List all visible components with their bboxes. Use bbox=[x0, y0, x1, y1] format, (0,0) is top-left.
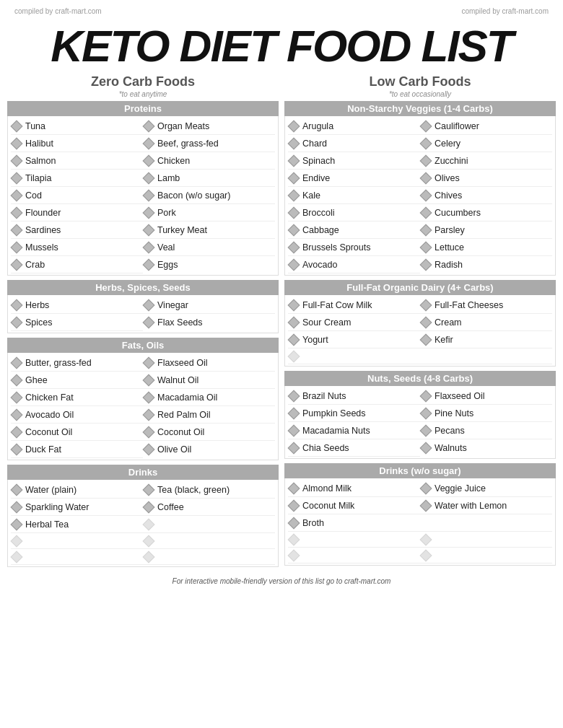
list-item: Flaxseed Oil bbox=[143, 354, 275, 372]
diamond-icon bbox=[420, 424, 432, 437]
diamond-icon bbox=[11, 408, 23, 421]
list-item: Chicken bbox=[143, 152, 275, 170]
proteins-header: Proteins bbox=[7, 101, 279, 116]
list-item: Mussels bbox=[11, 239, 143, 256]
list-item: Macadamia Oil bbox=[143, 389, 275, 406]
diamond-icon bbox=[11, 374, 23, 386]
drinks-left-body: Water (plain) Tea (black, green) Sparkli… bbox=[7, 480, 279, 567]
list-item: Olive Oil bbox=[143, 441, 275, 458]
diamond-icon bbox=[11, 258, 23, 271]
list-item: Spinach bbox=[288, 152, 420, 170]
herbs-header: Herbs, Spices, Seeds bbox=[7, 280, 279, 295]
diamond-icon bbox=[420, 442, 432, 455]
diamond-icon bbox=[288, 241, 300, 253]
diamond-icon bbox=[420, 482, 432, 494]
diamond-icon bbox=[288, 407, 300, 419]
diamond-icon bbox=[143, 224, 155, 236]
list-item: Broth bbox=[288, 514, 420, 532]
proteins-body: Tuna Organ Meats Halibut Beef, grass-fed… bbox=[7, 116, 279, 276]
left-col-subheader: *to eat anytime bbox=[7, 90, 279, 98]
diamond-icon bbox=[143, 172, 155, 184]
list-item: Ghee bbox=[11, 372, 143, 389]
footer-note: For interactive mobile-friendly version … bbox=[7, 577, 556, 585]
list-item: Brazil Nuts bbox=[288, 387, 420, 405]
list-item: Spices bbox=[11, 314, 143, 331]
list-item: Kefir bbox=[420, 331, 552, 348]
list-item: Chicken Fat bbox=[11, 389, 143, 406]
diamond-icon bbox=[288, 333, 300, 346]
list-item: Crab bbox=[11, 256, 143, 273]
list-item: Tuna bbox=[11, 118, 143, 135]
list-item: Tilapia bbox=[11, 170, 143, 187]
diamond-icon bbox=[420, 172, 432, 184]
list-item-empty bbox=[420, 348, 552, 364]
diamond-icon bbox=[288, 482, 300, 494]
list-item: Walnut Oil bbox=[143, 372, 275, 389]
fats-body: Butter, grass-fed Flaxseed Oil Ghee Waln… bbox=[7, 353, 279, 460]
list-item: Herbs bbox=[11, 297, 143, 314]
diamond-icon bbox=[288, 442, 300, 454]
list-item: Butter, grass-fed bbox=[11, 354, 143, 372]
list-item: Eggs bbox=[143, 256, 275, 273]
diamond-icon bbox=[11, 501, 23, 513]
diamond-icon bbox=[11, 426, 23, 438]
diamond-icon bbox=[143, 189, 155, 201]
diamond-icon bbox=[11, 551, 23, 563]
nuts-header: Nuts, Seeds (4-8 Carbs) bbox=[284, 371, 556, 386]
list-item: Cod bbox=[11, 187, 143, 204]
list-item-empty bbox=[143, 516, 275, 533]
nuts-body: Brazil Nuts Flaxseed Oil Pumpkin Seeds P… bbox=[284, 386, 556, 459]
diamond-icon bbox=[11, 241, 23, 253]
list-item: Olives bbox=[420, 170, 552, 187]
diamond-icon bbox=[11, 224, 23, 236]
list-item: Brussels Sprouts bbox=[288, 239, 420, 256]
watermark-right: compiled by craft-mart.com bbox=[461, 7, 549, 15]
diamond-icon bbox=[143, 551, 155, 563]
diamond-icon bbox=[288, 533, 300, 545]
diamond-icon bbox=[143, 154, 155, 167]
list-item: Almond Milk bbox=[288, 480, 420, 497]
right-col-header: Low Carb Foods bbox=[284, 74, 556, 89]
diamond-icon bbox=[143, 483, 155, 496]
fats-section: Fats, Oils Butter, grass-fed Flaxseed Oi… bbox=[7, 338, 279, 460]
diamond-icon bbox=[143, 391, 155, 403]
list-item: Avocado Oil bbox=[11, 406, 143, 424]
list-item: Tea (black, green) bbox=[143, 481, 275, 499]
list-item: Cucumbers bbox=[420, 204, 552, 222]
diamond-icon bbox=[288, 316, 300, 328]
left-column: Zero Carb Foods *to eat anytime Proteins… bbox=[7, 74, 279, 571]
right-column: Low Carb Foods *to eat occasionally Non-… bbox=[284, 74, 556, 570]
list-item-empty bbox=[288, 548, 420, 563]
diamond-icon bbox=[11, 120, 23, 132]
diamond-icon bbox=[420, 259, 432, 271]
list-item: Full-Fat Cheeses bbox=[420, 297, 552, 314]
diamond-icon bbox=[143, 426, 155, 438]
diamond-icon bbox=[420, 407, 432, 419]
diamond-icon bbox=[420, 390, 432, 402]
list-item-empty bbox=[11, 549, 143, 565]
diamond-icon bbox=[11, 137, 23, 149]
list-item: Lamb bbox=[143, 170, 275, 187]
list-item: Pork bbox=[143, 204, 275, 222]
drinks-left-section: Drinks Water (plain) Tea (black, green) … bbox=[7, 465, 279, 567]
diamond-icon bbox=[11, 189, 23, 201]
diamond-icon bbox=[420, 299, 432, 311]
list-item-empty bbox=[420, 514, 552, 532]
list-item: Herbal Tea bbox=[11, 516, 143, 533]
diamond-icon bbox=[11, 356, 23, 369]
diamond-icon bbox=[288, 189, 300, 201]
list-item: Coconut Oil bbox=[143, 424, 275, 441]
diamond-icon bbox=[420, 137, 432, 149]
diamond-icon bbox=[288, 390, 300, 402]
fats-header: Fats, Oils bbox=[7, 338, 279, 353]
list-item: Pecans bbox=[420, 422, 552, 439]
herbs-body: Herbs Vinegar Spices Flax Seeds bbox=[7, 295, 279, 333]
diamond-icon bbox=[11, 518, 23, 530]
drinks-left-header: Drinks bbox=[7, 465, 279, 480]
diamond-icon bbox=[420, 120, 432, 132]
diamond-icon bbox=[143, 120, 155, 132]
main-title: KETO DIET FOOD LIST bbox=[51, 20, 512, 71]
diamond-icon bbox=[143, 206, 155, 219]
list-item: Kale bbox=[288, 187, 420, 204]
list-item-empty bbox=[288, 348, 420, 364]
